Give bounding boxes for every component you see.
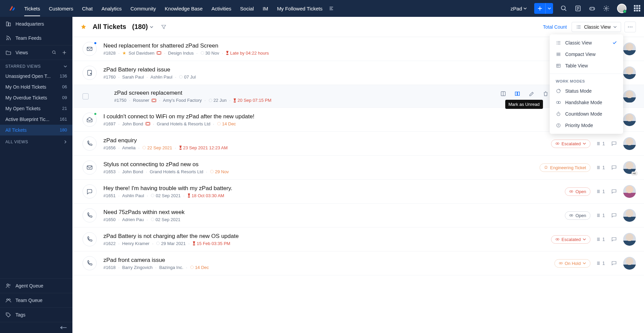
more-menu[interactable] [624, 22, 636, 32]
edit-icon[interactable] [528, 90, 535, 97]
nav-analytics[interactable]: Analytics [101, 6, 122, 11]
thread-count[interactable]: 1 [597, 261, 605, 266]
sidebar-view-item[interactable]: My Overdue Tickets09 [0, 92, 72, 103]
sidebar-views[interactable]: Views [0, 45, 72, 60]
assignee-avatar[interactable] [623, 161, 636, 174]
mark-unread-icon[interactable] [514, 90, 521, 97]
total-count-link[interactable]: Total Count [543, 24, 567, 30]
thread-count[interactable]: 1 [597, 237, 605, 242]
user-avatar[interactable] [617, 4, 626, 13]
sidebar-view-item[interactable]: Active Blueprint Tic...161 [0, 114, 72, 125]
comment-icon[interactable] [611, 188, 617, 194]
view-mode-selector[interactable]: Classic View [572, 22, 621, 32]
sidebar-headquarters[interactable]: Headquarters [0, 17, 72, 31]
sidebar-allviews-header[interactable]: ALL VIEWS [0, 135, 72, 146]
status-badge[interactable]: On Hold [554, 259, 591, 268]
nav-activities[interactable]: Activities [212, 6, 231, 11]
dropdown-item-table[interactable]: Table View [550, 60, 623, 71]
nav-social[interactable]: Social [240, 6, 254, 11]
star-icon[interactable] [80, 24, 87, 30]
assignee-avatar[interactable] [623, 90, 636, 103]
nav-my-followed-tickets[interactable]: My Followed Tickets [277, 6, 322, 11]
ticket-title[interactable]: zPad enquiry [103, 137, 551, 144]
ticket-title[interactable]: zPad Battery related issue [103, 66, 623, 73]
sidebar-collapse[interactable] [0, 322, 72, 333]
row-checkbox[interactable] [83, 93, 89, 99]
ticket-title[interactable]: Need 75zPads within next week [103, 209, 565, 216]
thread-count[interactable]: 1 [597, 213, 605, 218]
svg-rect-24 [158, 52, 161, 54]
dropdown-item-countdown[interactable]: Countdown Mode [550, 108, 623, 120]
assignee-avatar[interactable] [623, 66, 636, 79]
nav-chat[interactable]: Chat [82, 6, 93, 11]
ticket-row[interactable]: Stylus not connecting to zPad new os#165… [72, 156, 644, 180]
gear-icon[interactable] [603, 5, 610, 12]
ticket-row[interactable]: Hey there! I'm having trouble with my zP… [72, 180, 644, 204]
sidebar-starred-header[interactable]: STARRED VIEWS [0, 60, 72, 71]
sidebar-team-feeds[interactable]: Team Feeds [0, 31, 72, 45]
dropdown-item-priority[interactable]: Priority Mode [550, 120, 623, 131]
nav-community[interactable]: Community [130, 6, 156, 11]
feed-icon[interactable] [575, 5, 581, 12]
assignee-avatar[interactable] [623, 233, 636, 246]
status-badge[interactable]: Engineering Ticket [540, 163, 590, 172]
ticket-row[interactable]: zPad front camera issue#1618Barry Zingov… [72, 251, 644, 275]
search-icon[interactable] [52, 50, 57, 55]
comment-icon[interactable] [611, 212, 617, 218]
ticket-title[interactable]: I couldn't connect to WiFi on my zPad af… [103, 113, 623, 120]
comment-icon[interactable] [611, 141, 617, 147]
assignee-avatar[interactable] [623, 113, 636, 126]
sidebar-agent-queue[interactable]: Agent Queue [0, 278, 72, 293]
nav-customers[interactable]: Customers [49, 6, 73, 11]
thread-count[interactable]: 1 [597, 165, 605, 170]
ticket-title[interactable]: Need replacement for shattered zPad Scre… [103, 42, 623, 49]
assign-icon[interactable] [500, 90, 507, 97]
ticket-row[interactable]: Need 75zPads within next week#1650Adrien… [72, 204, 644, 228]
nav-overflow-icon[interactable] [329, 5, 334, 12]
plus-icon[interactable] [62, 50, 67, 55]
sidebar-view-item[interactable]: My On Hold Tickets06 [0, 82, 72, 92]
add-button[interactable] [534, 3, 553, 14]
gamepad-icon[interactable] [589, 5, 595, 12]
sidebar-view-item[interactable]: Unassigned Open T...136 [0, 71, 72, 82]
comment-icon[interactable] [611, 260, 617, 266]
assignee-avatar[interactable] [623, 257, 636, 270]
sidebar-view-item[interactable]: My Open Tickets21 [0, 103, 72, 114]
dropdown-item-status[interactable]: Status Mode [550, 85, 623, 97]
thread-count[interactable]: 1 [597, 189, 605, 194]
ticket-row[interactable]: zPad Battery is not charging after the n… [72, 228, 644, 251]
ticket-title[interactable]: Hey there! I'm having trouble with my zP… [103, 185, 565, 192]
status-badge[interactable]: Open [565, 211, 590, 220]
comment-icon[interactable] [611, 236, 617, 242]
thread-count[interactable]: 1 [597, 141, 605, 146]
apps-grid-icon[interactable] [634, 5, 641, 12]
search-icon[interactable] [560, 5, 567, 12]
assignee-avatar[interactable] [623, 42, 636, 55]
app-logo[interactable] [7, 4, 17, 13]
filter-icon[interactable] [161, 24, 167, 30]
department-selector[interactable]: zPad [511, 6, 527, 11]
view-title[interactable]: All Tickets (180) [93, 23, 153, 31]
ticket-title[interactable]: zPad Battery is not charging after the n… [103, 233, 551, 240]
dropdown-item-handshake[interactable]: Handshake Mode [550, 97, 623, 108]
sidebar-team-queue[interactable]: Team Queue [0, 293, 72, 307]
ticket-title[interactable]: Stylus not connecting to zPad new os [103, 161, 540, 168]
assignee-avatar[interactable] [623, 137, 636, 150]
delete-icon[interactable] [542, 90, 549, 97]
status-badge[interactable]: Escalated [551, 140, 590, 148]
chevron-down-icon[interactable] [546, 7, 553, 10]
dropdown-item-classic[interactable]: Classic View [550, 37, 623, 49]
assignee-avatar[interactable] [623, 209, 636, 222]
nav-knowledge-base[interactable]: Knowledge Base [165, 6, 203, 11]
dropdown-item-compact[interactable]: Compact View [550, 49, 623, 60]
status-badge[interactable]: Escalated [551, 235, 590, 244]
sidebar-view-item[interactable]: All Tickets180 [0, 125, 72, 135]
status-badge[interactable]: Open [565, 187, 590, 196]
nav-tickets[interactable]: Tickets [24, 6, 40, 11]
assignee-avatar[interactable] [623, 185, 636, 198]
nav-im[interactable]: IM [263, 6, 268, 11]
sidebar-tags[interactable]: Tags [0, 307, 72, 322]
ticket-row[interactable]: zPad enquiry#1656Amelia 22 Sep 2021 23 S… [72, 132, 644, 156]
comment-icon[interactable] [611, 164, 617, 171]
ticket-title[interactable]: zPad front camera issue [103, 257, 554, 264]
